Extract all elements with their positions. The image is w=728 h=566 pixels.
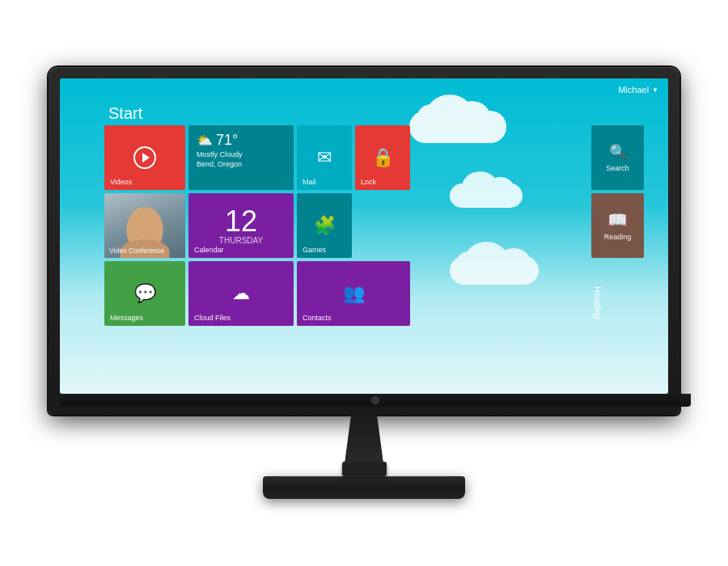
tile-games-label: Games bbox=[303, 246, 326, 254]
tile-mail[interactable]: ✉ Mail bbox=[297, 125, 352, 190]
tile-search[interactable]: 🔍 Search bbox=[591, 125, 644, 190]
tile-videoconf[interactable]: Video Conference bbox=[104, 193, 185, 258]
cloud-icon: ☁ bbox=[232, 283, 250, 304]
calendar-day: 12 bbox=[225, 207, 257, 236]
weather-desc: Mostly Cloudy bbox=[197, 150, 243, 158]
chevron-down-icon: ▼ bbox=[652, 87, 658, 94]
top-bar: Michael ▼ bbox=[60, 78, 668, 101]
tile-search-label: Search bbox=[606, 164, 629, 172]
tile-contacts-label: Contacts bbox=[303, 314, 332, 322]
tile-weather[interactable]: ⛅ 71° Mostly Cloudy Bend, Oregon bbox=[188, 125, 294, 190]
weather-temp: 71° bbox=[216, 132, 238, 149]
tile-cloudfiles-label: Cloud Files bbox=[194, 314, 231, 322]
lock-icon: 🔒 bbox=[372, 147, 394, 168]
monitor-stand-hinge bbox=[342, 462, 387, 476]
right-tiles: 🔍 Search 📖 Reading bbox=[591, 125, 644, 258]
user-name: Michael bbox=[618, 85, 649, 95]
monitor-stand-base bbox=[263, 476, 465, 499]
tile-contacts[interactable]: 👥 Contacts bbox=[297, 261, 410, 326]
cloud-1 bbox=[409, 111, 506, 143]
user-badge[interactable]: Michael ▼ bbox=[618, 85, 658, 95]
tiles-grid: Videos ⛅ 71° Mostly Cloudy Bend, Oregon … bbox=[104, 125, 410, 326]
tile-reading[interactable]: 📖 Reading bbox=[591, 193, 644, 258]
mail-icon: ✉ bbox=[317, 147, 332, 168]
person-face bbox=[127, 207, 163, 251]
cloud-2 bbox=[450, 184, 523, 208]
tile-lock-label: Lock bbox=[361, 178, 376, 186]
search-icon: 🔍 bbox=[609, 143, 627, 161]
monitor-bottom-bezel bbox=[60, 394, 691, 407]
monitor-bezel: Michael ▼ Start Videos ⛅ 71° bbox=[49, 67, 679, 415]
monitor-wrapper: Michael ▼ Start Videos ⛅ 71° bbox=[49, 67, 679, 499]
puzzle-icon: 🧩 bbox=[314, 215, 336, 236]
cloud-3 bbox=[450, 256, 539, 285]
weather-row: ⛅ 71° bbox=[197, 132, 238, 149]
start-label: Start bbox=[108, 104, 142, 123]
tile-videos-label: Videos bbox=[110, 178, 132, 186]
tile-messages-label: Messages bbox=[110, 314, 143, 322]
people-icon: 👥 bbox=[343, 283, 365, 304]
weather-icon: ⛅ bbox=[197, 133, 213, 148]
calendar-dow: Thursday bbox=[219, 236, 263, 245]
tile-videos[interactable]: Videos bbox=[104, 125, 185, 190]
tile-mail-label: Mail bbox=[303, 178, 316, 186]
tile-videoconf-label: Video Conference bbox=[109, 247, 164, 255]
tile-messages[interactable]: 💬 Messages bbox=[104, 261, 185, 326]
monitor-screen: Michael ▼ Start Videos ⛅ 71° bbox=[60, 78, 668, 394]
chat-icon: 💬 bbox=[134, 283, 156, 304]
weather-location: Bend, Oregon bbox=[197, 160, 242, 168]
videoconf-content: Video Conference bbox=[104, 193, 185, 258]
tile-lock[interactable]: 🔒 Lock bbox=[355, 125, 410, 190]
monitor-stand-neck bbox=[332, 415, 396, 463]
play-icon bbox=[133, 146, 156, 169]
tile-cloudfiles[interactable]: ☁ Cloud Files bbox=[188, 261, 294, 326]
heading-text: Heading bbox=[593, 286, 603, 319]
tile-reading-label: Reading bbox=[604, 233, 632, 241]
tile-calendar-label: Calendar bbox=[194, 246, 224, 254]
tile-calendar[interactable]: 12 Thursday Calendar bbox=[188, 193, 294, 258]
tile-games[interactable]: 🧩 Games bbox=[297, 193, 352, 258]
book-icon: 📖 bbox=[607, 210, 628, 230]
